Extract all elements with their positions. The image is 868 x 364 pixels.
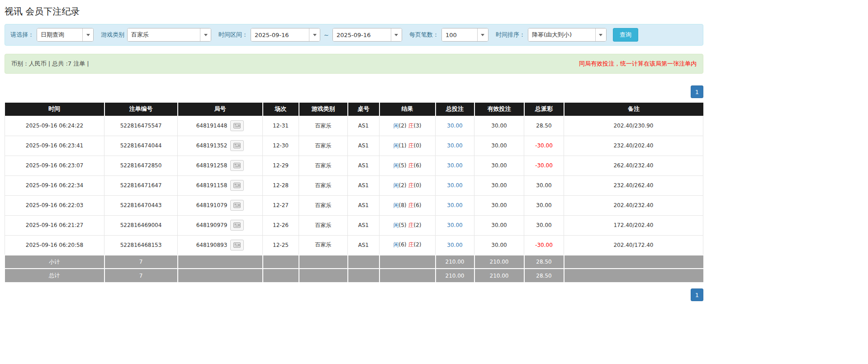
remark-cell: 262.40/232.40 — [564, 156, 703, 175]
round-id-text: 648190979 — [196, 222, 228, 228]
total-valid-bet: 210.00 — [474, 269, 524, 282]
time-cell: 2025-09-16 06:23:07 — [5, 156, 104, 175]
page-size-label: 每页笔数： — [409, 31, 439, 39]
sort-label: 时间排序： — [496, 31, 525, 39]
time-cell: 2025-09-16 06:22:03 — [5, 195, 104, 215]
banker-result-label: 庄 — [408, 202, 414, 208]
session-cell: 12-28 — [263, 175, 299, 195]
remark-cell: 202.40/172.40 — [564, 235, 703, 255]
game-type-select[interactable] — [127, 28, 211, 42]
subtotal-count: 7 — [104, 255, 178, 269]
table-no-cell: AS1 — [348, 215, 379, 235]
remark-cell: 232.40/202.40 — [564, 136, 703, 156]
result-cell: 闲(5)庄(6) — [379, 156, 436, 175]
subtotal-payout: 28.50 — [524, 255, 564, 269]
pagination-page-button[interactable]: 1 — [691, 288, 703, 301]
page-size-input[interactable] — [442, 28, 477, 41]
game-type-cell: 百家乐 — [299, 175, 348, 195]
session-cell: 12-26 — [263, 215, 299, 235]
total-row: 总计 7 210.00 210.00 28.50 — [5, 269, 703, 282]
table-no-cell: AS1 — [348, 116, 379, 136]
sort-select[interactable] — [528, 28, 607, 42]
time-cell: 2025-09-16 06:24:22 — [5, 116, 104, 136]
sort-input[interactable] — [528, 28, 595, 41]
round-detail-button[interactable] — [230, 240, 244, 251]
date-to-input[interactable] — [333, 28, 391, 41]
banker-result-score: (6) — [414, 162, 422, 169]
pagination-page-button[interactable]: 1 — [691, 85, 703, 98]
table-row: 2025-09-16 06:22:03 522816470443 6481910… — [5, 195, 703, 215]
date-from-input[interactable] — [251, 28, 309, 41]
round-id-text: 648191158 — [196, 182, 228, 189]
payout-cell: -30.00 — [524, 136, 564, 156]
roadmap-icon — [233, 222, 241, 228]
remark-cell: 172.40/202.40 — [564, 215, 703, 235]
round-detail-button[interactable] — [230, 120, 244, 131]
chevron-down-icon[interactable] — [309, 28, 320, 41]
subtotal-valid-bet: 210.00 — [474, 255, 524, 269]
payout-cell: 30.00 — [524, 175, 564, 195]
chevron-down-icon[interactable] — [200, 28, 211, 41]
subtotal-label: 小计 — [5, 255, 104, 269]
bet-id-cell: 522816474044 — [104, 136, 178, 156]
total-bet-link[interactable]: 30.00 — [447, 142, 462, 149]
chevron-down-icon[interactable] — [477, 28, 488, 41]
total-bet-cell: 30.00 — [436, 195, 474, 215]
bet-id-cell: 522816471647 — [104, 175, 178, 195]
bet-id-cell: 522816470443 — [104, 195, 178, 215]
game-type-input[interactable] — [128, 28, 200, 41]
player-result-score: (5) — [399, 222, 407, 228]
column-header: 场次 — [263, 103, 299, 116]
query-type-select[interactable] — [37, 28, 94, 42]
search-button[interactable]: 查询 — [613, 28, 638, 42]
valid-bet-cell: 30.00 — [474, 136, 524, 156]
query-type-input[interactable] — [37, 28, 82, 41]
round-detail-button[interactable] — [230, 160, 244, 171]
chevron-down-icon[interactable] — [595, 28, 606, 41]
round-detail-button[interactable] — [230, 200, 244, 211]
banker-result-label: 庄 — [408, 222, 414, 228]
page-size-select[interactable] — [441, 28, 489, 42]
total-bet-link[interactable]: 30.00 — [447, 123, 462, 129]
player-result-label: 闲 — [394, 182, 399, 189]
total-bet-link[interactable]: 30.00 — [447, 202, 462, 208]
round-detail-button[interactable] — [230, 140, 244, 151]
total-total-bet: 210.00 — [436, 269, 474, 282]
subtotal-total-bet: 210.00 — [436, 255, 474, 269]
empty-cell — [564, 255, 703, 269]
table-body: 2025-09-16 06:24:22 522816475547 6481914… — [5, 116, 703, 255]
payout-cell: -30.00 — [524, 156, 564, 175]
round-detail-button[interactable] — [230, 220, 244, 231]
total-bet-link[interactable]: 30.00 — [447, 162, 462, 169]
total-bet-cell: 30.00 — [436, 215, 474, 235]
column-header: 总投注 — [436, 103, 474, 116]
total-bet-link[interactable]: 30.00 — [447, 182, 462, 189]
column-header: 总派彩 — [524, 103, 564, 116]
round-id-text: 648191448 — [196, 123, 228, 129]
table-row: 2025-09-16 06:23:07 522816472850 6481912… — [5, 156, 703, 175]
date-from-select[interactable] — [251, 28, 320, 42]
time-range-label: 时间区间： — [218, 31, 248, 39]
chevron-down-icon[interactable] — [82, 28, 93, 41]
round-cell: 648191158 — [178, 175, 263, 195]
total-bet-link[interactable]: 30.00 — [447, 242, 462, 248]
summary-currency-count: 币别 : 人民币 | 总共 :7 注单 | — [11, 60, 89, 68]
round-id-text: 648191258 — [196, 162, 228, 169]
session-cell: 12-31 — [263, 116, 299, 136]
date-to-select[interactable] — [332, 28, 402, 42]
chevron-down-icon[interactable] — [391, 28, 402, 41]
subtotal-row: 小计 7 210.00 210.00 28.50 — [5, 255, 703, 269]
round-cell: 648191079 — [178, 195, 263, 215]
total-bet-link[interactable]: 30.00 — [447, 222, 462, 228]
total-label: 总计 — [5, 269, 104, 282]
bet-id-cell: 522816475547 — [104, 116, 178, 136]
game-type-cell: 百家乐 — [299, 136, 348, 156]
column-header: 备注 — [564, 103, 703, 116]
page-title: 视讯 会员下注纪录 — [5, 5, 703, 18]
round-cell: 648191352 — [178, 136, 263, 156]
payout-cell: 30.00 — [524, 215, 564, 235]
round-id-text: 648191079 — [196, 202, 228, 208]
round-detail-button[interactable] — [230, 180, 244, 191]
bet-id-cell: 522816472850 — [104, 156, 178, 175]
caret-shape — [394, 34, 398, 36]
